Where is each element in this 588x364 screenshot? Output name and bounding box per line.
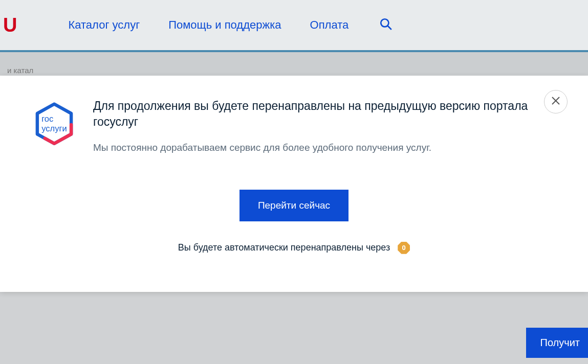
search-icon[interactable] [379, 17, 393, 33]
redirect-modal: гос услуги Для продолжения вы будете пер… [0, 76, 588, 292]
modal-text: Для продолжения вы будете перенаправлены… [93, 98, 557, 155]
close-button[interactable] [544, 90, 568, 113]
modal-actions: Перейти сейчас [31, 190, 557, 221]
header: U Каталог услуг Помощь и поддержка Оплат… [0, 0, 588, 52]
modal-title: Для продолжения вы будете перенаправлены… [93, 98, 557, 130]
modal-body: гос услуги Для продолжения вы будете пер… [31, 98, 557, 155]
nav-catalog[interactable]: Каталог услуг [68, 18, 140, 32]
countdown-text: Вы будете автоматически перенаправлены ч… [178, 242, 390, 252]
go-now-button[interactable]: Перейти сейчас [239, 190, 349, 221]
modal-subtitle: Мы постоянно дорабатываем сервис для бол… [93, 141, 557, 155]
svg-line-1 [387, 26, 391, 30]
countdown-row: Вы будете автоматически перенаправлены ч… [31, 242, 557, 254]
svg-point-0 [381, 19, 388, 27]
breadcrumb-bar: и катал [0, 52, 588, 75]
get-button[interactable]: Получит [526, 328, 588, 358]
logo-text-top: гос [41, 114, 53, 124]
breadcrumb: и катал [7, 66, 33, 75]
nav-help[interactable]: Помощь и поддержка [168, 18, 281, 32]
countdown-badge: 0 [398, 242, 410, 254]
logo-fragment: U [3, 14, 17, 36]
nav-payment[interactable]: Оплата [310, 18, 349, 32]
gosuslugi-logo: гос услуги [31, 101, 78, 150]
logo-text-bottom: услуги [41, 124, 67, 133]
close-icon [551, 95, 560, 108]
